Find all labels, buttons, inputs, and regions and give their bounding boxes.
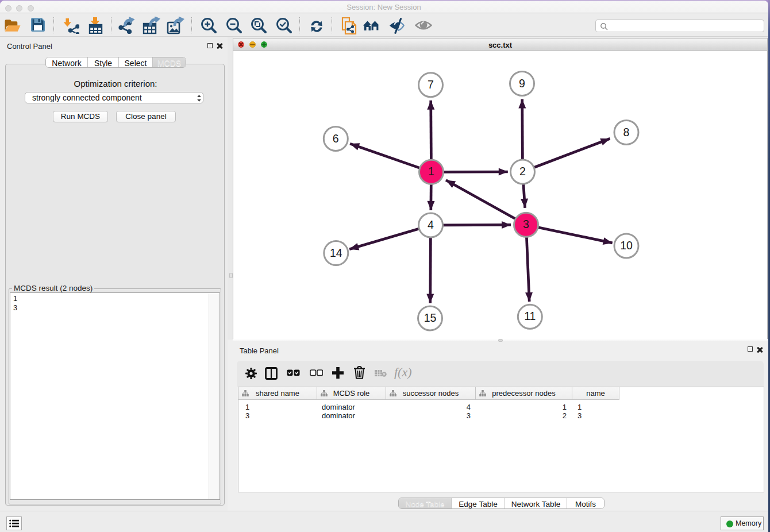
svg-text:15: 15 [424, 311, 437, 324]
svg-text:14: 14 [330, 246, 342, 259]
svg-text:4: 4 [428, 218, 434, 231]
svg-text:8: 8 [623, 126, 630, 138]
svg-text:11: 11 [524, 310, 536, 322]
svg-text:7: 7 [428, 78, 434, 91]
svg-text:10: 10 [620, 239, 633, 252]
svg-text:9: 9 [519, 77, 525, 90]
svg-text:3: 3 [523, 218, 529, 230]
svg-text:6: 6 [333, 132, 339, 145]
svg-text:2: 2 [519, 165, 526, 178]
svg-text:1: 1 [428, 165, 434, 178]
